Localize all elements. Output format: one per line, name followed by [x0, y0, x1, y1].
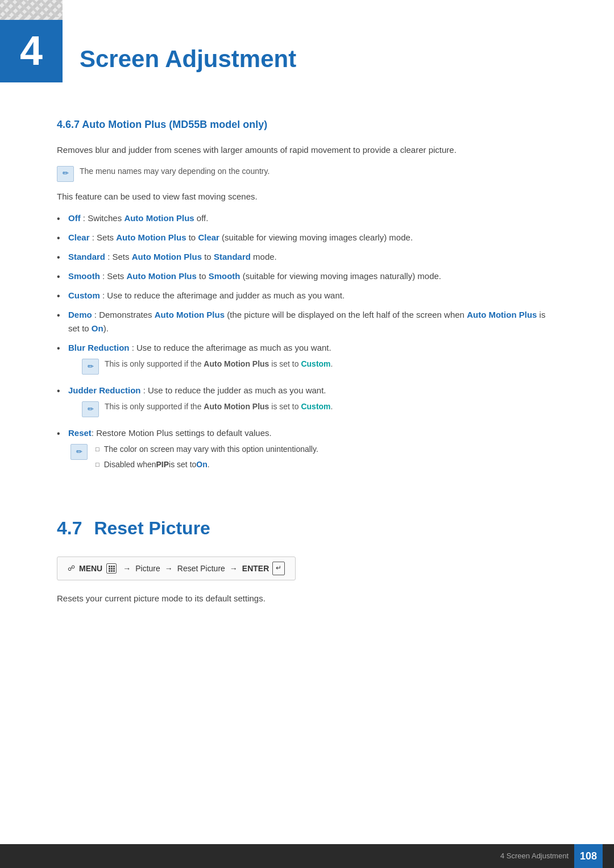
chapter-title: Screen Adjustment: [80, 20, 296, 78]
sub-note-judder: This is only supported if the Auto Motio…: [82, 401, 333, 417]
menu-label: MENU: [79, 562, 102, 575]
menu-icon-symbol: ☍: [68, 563, 75, 575]
arrow-3: →: [230, 562, 238, 575]
term-clear: Clear: [68, 232, 90, 242]
term-judder: Judder Reduction: [68, 385, 141, 395]
term-standard: Standard: [68, 252, 105, 261]
menu-path-box: ☍ MENU → Picture → Reset Picture: [57, 556, 296, 580]
term-demo: Demo: [68, 310, 92, 319]
sub-note-text-judder: This is only supported if the Auto Motio…: [105, 401, 333, 413]
intro-text: Removes blur and judder from scenes with…: [57, 143, 557, 157]
list-item-custom: Custom : Use to reduce the afterimage an…: [57, 289, 557, 302]
svg-rect-3: [109, 566, 110, 567]
reset-sub-item-1: The color on screen may vary with this o…: [96, 443, 318, 455]
section-47: 4.7 Reset Picture ☍ MENU: [57, 502, 557, 605]
val-standard: Standard: [214, 252, 251, 261]
svg-rect-10: [111, 570, 113, 572]
main-content: 4.6.7 Auto Motion Plus (MD55B model only…: [0, 94, 614, 651]
note-icon-1: [57, 166, 74, 182]
term-smooth: Smooth: [68, 271, 100, 281]
svg-rect-8: [113, 568, 115, 570]
list-item-judder: Judder Reduction : Use to reduce the jud…: [57, 384, 557, 421]
page-footer: 4 Screen Adjustment 108: [0, 844, 614, 868]
reset-sub-list: The color on screen may vary with this o…: [96, 443, 318, 474]
enter-icon: ↵: [272, 562, 285, 575]
svg-rect-5: [113, 566, 115, 567]
amp-demo: Auto Motion Plus: [155, 310, 225, 319]
footer-section-label: 4 Screen Adjustment: [500, 850, 569, 862]
note-icon-reset: [70, 444, 88, 460]
feature-list: Off : Switches Auto Motion Plus off. Cle…: [57, 211, 557, 474]
list-item-standard: Standard : Sets Auto Motion Plus to Stan…: [57, 250, 557, 264]
reset-picture-description: Resets your current picture mode to its …: [57, 592, 557, 606]
svg-rect-4: [111, 566, 113, 567]
amp-off: Auto Motion Plus: [124, 213, 194, 223]
reset-sub-item-2: Disabled when PIP is set to On.: [96, 459, 318, 471]
svg-rect-7: [111, 568, 113, 570]
list-item-clear: Clear : Sets Auto Motion Plus to Clear (…: [57, 231, 557, 244]
svg-rect-6: [109, 568, 110, 570]
note-text-1: The menu names may vary depending on the…: [80, 165, 269, 177]
list-item-demo: Demo : Demonstrates Auto Motion Plus (th…: [57, 308, 557, 335]
val-smooth: Smooth: [209, 271, 240, 281]
amp-smooth: Auto Motion Plus: [127, 271, 197, 281]
menu-path-item1: Picture: [135, 562, 160, 575]
section-47-title: 4.7 Reset Picture: [57, 514, 557, 543]
term-custom: Custom: [68, 290, 100, 300]
list-item-off: Off : Switches Auto Motion Plus off.: [57, 211, 557, 225]
val-on-demo: On: [92, 323, 103, 333]
amp-demo2: Auto Motion Plus: [467, 310, 537, 319]
val-clear: Clear: [198, 232, 219, 242]
menu-path-item2: Reset Picture: [177, 562, 225, 575]
arrow-2: →: [165, 562, 173, 575]
chapter-number: 4: [0, 20, 63, 82]
menu-grid-icon: [106, 563, 117, 574]
amp-blur: Auto Motion Plus: [204, 359, 269, 368]
note-icon-blur: [82, 359, 99, 375]
amp-standard: Auto Motion Plus: [132, 252, 202, 261]
val-custom-blur: Custom: [301, 359, 330, 368]
svg-rect-9: [109, 570, 110, 572]
amp-clear: Auto Motion Plus: [116, 232, 186, 242]
list-item-smooth: Smooth : Sets Auto Motion Plus to Smooth…: [57, 269, 557, 283]
note-icon-judder: [82, 401, 99, 417]
svg-rect-11: [113, 570, 115, 572]
list-item-blur: Blur Reduction : Use to reduce the after…: [57, 341, 557, 378]
sub-note-text-blur: This is only supported if the Auto Motio…: [105, 358, 333, 370]
term-reset: Reset: [68, 428, 92, 438]
note-box-1: The menu names may vary depending on the…: [57, 165, 557, 182]
list-item-reset: Reset: Restore Motion Plus settings to d…: [57, 426, 557, 474]
enter-label: ENTER: [242, 562, 269, 575]
on-bold: On: [196, 459, 207, 471]
pip-bold: PIP: [156, 459, 169, 471]
footer-page-number: 108: [574, 844, 603, 868]
feature-text: This feature can be used to view fast mo…: [57, 190, 557, 204]
term-off: Off: [68, 213, 81, 223]
arrow-1: →: [123, 562, 131, 575]
term-blur: Blur Reduction: [68, 343, 130, 352]
section-467-heading: 4.6.7 Auto Motion Plus (MD55B model only…: [57, 117, 557, 133]
amp-judder: Auto Motion Plus: [204, 402, 269, 411]
sub-note-blur: This is only supported if the Auto Motio…: [82, 358, 333, 375]
val-custom-judder: Custom: [301, 402, 330, 411]
